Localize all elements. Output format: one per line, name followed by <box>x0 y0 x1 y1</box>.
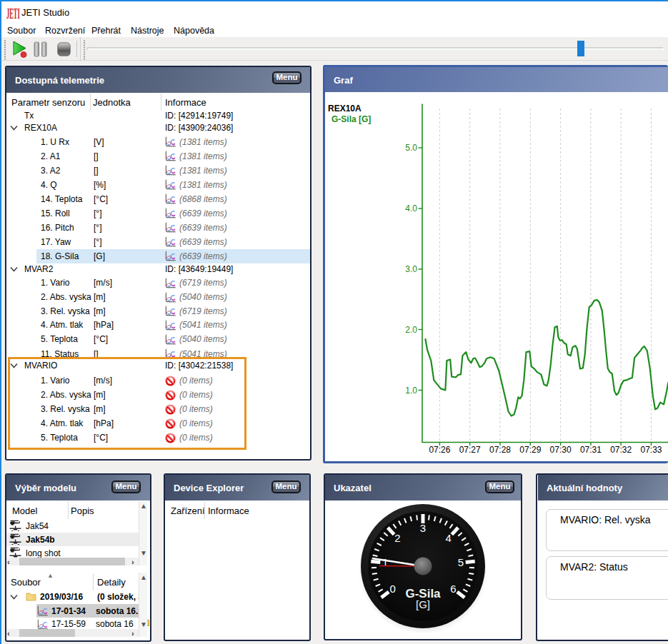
svg-text:0: 0 <box>390 583 396 595</box>
svg-text:07:31: 07:31 <box>580 445 602 455</box>
svg-text:07:32: 07:32 <box>610 445 632 455</box>
svg-text:6: 6 <box>450 583 456 595</box>
svg-text:07:26: 07:26 <box>429 445 450 455</box>
svg-text:[G]: [G] <box>416 598 430 610</box>
svg-text:07:29: 07:29 <box>519 445 541 455</box>
svg-text:07:30: 07:30 <box>550 445 572 455</box>
svg-text:07:27: 07:27 <box>459 445 481 455</box>
svg-text:4.0: 4.0 <box>405 203 417 213</box>
svg-text:3: 3 <box>420 522 426 534</box>
svg-text:5: 5 <box>458 556 464 568</box>
svg-text:2.0: 2.0 <box>405 325 417 335</box>
svg-text:07:33: 07:33 <box>640 445 662 455</box>
svg-text:4: 4 <box>446 532 452 544</box>
svg-text:1: 1 <box>382 556 388 568</box>
svg-text:2: 2 <box>394 532 400 544</box>
svg-text:5.0: 5.0 <box>405 143 417 153</box>
svg-text:3.0: 3.0 <box>405 264 417 274</box>
svg-text:1.0: 1.0 <box>405 386 417 396</box>
svg-text:07:28: 07:28 <box>489 445 511 455</box>
